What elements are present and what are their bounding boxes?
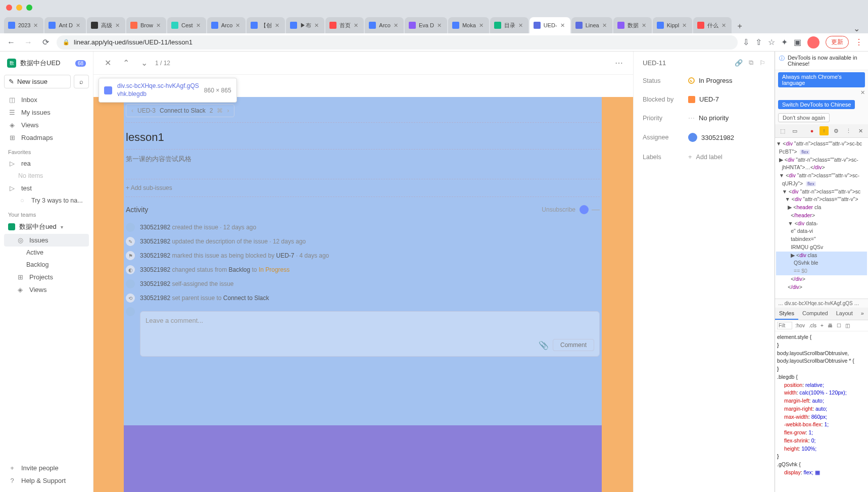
dom-line[interactable]: ▼ <div "attr-n">class=""attr-v"> bbox=[776, 195, 867, 204]
tab-computed[interactable]: Computed bbox=[798, 308, 832, 320]
assignee-value[interactable]: 330521982 bbox=[688, 133, 734, 142]
dom-line[interactable]: </div> bbox=[776, 283, 867, 291]
tab-close-icon[interactable]: ✕ bbox=[602, 22, 608, 28]
css-rule-line[interactable]: position: relative; bbox=[777, 381, 866, 389]
browser-tab[interactable]: Eva D✕ bbox=[405, 17, 447, 33]
inspect-tool-icon[interactable]: ⬚ bbox=[778, 126, 787, 135]
dom-line[interactable]: ▼ <div "attr-n">class=""attr-v">sc-bc bbox=[776, 140, 867, 148]
browser-tab[interactable]: 数据✕ bbox=[613, 17, 652, 33]
record-icon[interactable]: ● bbox=[807, 126, 816, 135]
dom-line[interactable]: </div> bbox=[776, 275, 867, 283]
share-icon[interactable]: ⇧ bbox=[755, 37, 762, 47]
fullscreen-window-icon[interactable] bbox=[26, 5, 32, 11]
print-icon[interactable]: 🖶 bbox=[827, 323, 834, 328]
blocked-by-value[interactable]: UED-7 bbox=[688, 95, 719, 103]
css-rule-line[interactable]: flex-shrink: 0; bbox=[777, 437, 866, 445]
issue-description[interactable]: 第一课的内容尝试风格 bbox=[126, 155, 600, 164]
cls-button[interactable]: .cls bbox=[808, 323, 817, 328]
dom-line[interactable]: jhHNTA">…</div> bbox=[776, 164, 867, 172]
more-menu-button[interactable]: ⋯ bbox=[612, 56, 626, 70]
css-rule-line[interactable]: .blegdb {</span> bbox=[777, 373, 866, 381]
sidebar-item-team-views[interactable]: ◈Views bbox=[4, 283, 89, 296]
update-button[interactable]: 更新 bbox=[826, 36, 849, 48]
sidebar-item-roadmaps[interactable]: ⊞Roadmaps bbox=[4, 131, 89, 144]
sidebar-item-views[interactable]: ◈Views bbox=[4, 119, 89, 131]
extensions-icon[interactable]: ✦ bbox=[781, 37, 788, 47]
tab-close-icon[interactable]: ✕ bbox=[275, 22, 281, 28]
dom-line[interactable]: IRMQU gQSv bbox=[776, 243, 867, 252]
invite-people-button[interactable]: +Invite people bbox=[4, 462, 89, 474]
css-rule-line[interactable]: .gQSvhk {</span> bbox=[777, 461, 866, 469]
prev-issue-button[interactable]: ⌃ bbox=[119, 56, 133, 70]
browser-tab[interactable]: Ant D✕ bbox=[44, 17, 86, 33]
dom-line[interactable]: ▼ <div data- bbox=[776, 220, 867, 228]
tab-close-icon[interactable]: ✕ bbox=[682, 22, 688, 28]
attach-icon[interactable]: 📎 bbox=[539, 340, 549, 350]
css-rule-line[interactable]: height: 100%; bbox=[777, 445, 866, 453]
css-rule-line[interactable]: } bbox=[777, 341, 866, 350]
reload-button[interactable]: ⟳ bbox=[39, 36, 52, 48]
tab-more[interactable]: » bbox=[857, 308, 868, 320]
hov-button[interactable]: :hov bbox=[794, 323, 806, 328]
dom-line[interactable]: QSvhk ble bbox=[776, 259, 867, 267]
link-icon[interactable]: 🔗 bbox=[735, 59, 743, 67]
css-rule-line[interactable]: body.layoutScrollbarObtrusive * { bbox=[777, 357, 866, 365]
tab-close-icon[interactable]: ✕ bbox=[354, 22, 360, 28]
new-issue-button[interactable]: ✎ New issue bbox=[4, 75, 71, 88]
search-button[interactable]: ⌕ bbox=[74, 75, 89, 88]
browser-tab[interactable]: Brow✕ bbox=[126, 17, 166, 33]
dom-line[interactable]: == $0 bbox=[776, 267, 867, 275]
unsubscribe-button[interactable]: Unsubscribe bbox=[542, 206, 575, 213]
sidebar-item-projects[interactable]: ⊞Projects bbox=[4, 271, 89, 283]
css-rule-line[interactable]: flex-grow: 1; bbox=[777, 429, 866, 437]
tab-close-icon[interactable]: ✕ bbox=[196, 22, 202, 28]
bookmark-icon[interactable]: ☆ bbox=[768, 37, 775, 47]
box-icon[interactable]: ☐ bbox=[836, 323, 842, 328]
plus-rule-icon[interactable]: + bbox=[819, 323, 825, 328]
install-app-icon[interactable]: ⇩ bbox=[743, 37, 749, 47]
dom-line[interactable]: </header> bbox=[776, 212, 867, 220]
url-input[interactable]: 🔒 linear.app/ylq-ued/issue/UED-11/lesson… bbox=[57, 35, 738, 50]
dom-line[interactable]: ▼ <div "attr-n">class=""attr-v">sc bbox=[776, 188, 867, 196]
sidebar-item-issues[interactable]: ◎Issues bbox=[4, 234, 89, 247]
sidepanel-icon[interactable]: ▣ bbox=[794, 37, 801, 47]
browser-tab[interactable]: Moka✕ bbox=[448, 17, 489, 33]
parent-issue-pill[interactable]: ‹ UED-3 Connect to Slack 2 ⌘ › bbox=[126, 104, 234, 117]
browser-tab[interactable]: Kippl✕ bbox=[653, 17, 692, 33]
tab-close-icon[interactable]: ✕ bbox=[721, 22, 728, 28]
tab-close-icon[interactable]: ✕ bbox=[642, 22, 648, 28]
tab-close-icon[interactable]: ✕ bbox=[394, 22, 400, 28]
browser-tab[interactable]: Arco✕ bbox=[365, 17, 404, 33]
switch-chinese-button[interactable]: Switch DevTools to Chinese bbox=[778, 100, 855, 109]
browser-tab[interactable]: 【创✕ bbox=[247, 17, 285, 33]
status-value[interactable]: In Progress bbox=[688, 77, 732, 84]
help-support-button[interactable]: ?Help & Support bbox=[4, 474, 89, 487]
bookmark-icon[interactable]: ⚐ bbox=[759, 59, 765, 67]
tab-close-icon[interactable]: ✕ bbox=[115, 22, 121, 28]
css-rule-line[interactable]: body.layoutScrollbarObtrusive,</span> bbox=[777, 350, 866, 358]
css-rule-line[interactable]: max-width: 860px; bbox=[777, 413, 866, 421]
browser-tab[interactable]: ▶布✕ bbox=[286, 17, 324, 33]
dom-line[interactable]: e" data-vi bbox=[776, 227, 867, 235]
collapse-icon[interactable]: — bbox=[592, 205, 600, 214]
back-button[interactable]: ← bbox=[5, 36, 17, 48]
sidebar-item-my-issues[interactable]: ☰My issues bbox=[4, 106, 89, 119]
breadcrumb[interactable]: … div.sc-bcXHqe.sc-hvKAgf.gQS … bbox=[775, 299, 868, 308]
tab-close-icon[interactable]: ✕ bbox=[314, 22, 320, 28]
dom-line[interactable]: PcBT"> flex bbox=[776, 148, 867, 156]
css-rule-line[interactable]: element.style { bbox=[777, 333, 866, 341]
browser-tab[interactable]: 首页✕ bbox=[325, 17, 364, 33]
sidebar-team[interactable]: 数据中台ued ▾ bbox=[4, 220, 89, 234]
more-icon[interactable]: ⋮ bbox=[844, 126, 853, 135]
close-issue-button[interactable]: ✕ bbox=[101, 56, 115, 70]
comment-box[interactable]: Leave a comment... 📎 Comment bbox=[140, 311, 600, 357]
issue-title[interactable]: lesson1 bbox=[126, 131, 600, 144]
dom-line[interactable]: ▶ <div clas bbox=[776, 252, 867, 260]
browser-tab[interactable]: Arco✕ bbox=[207, 17, 246, 33]
dom-line[interactable]: tabindex=" bbox=[776, 235, 867, 243]
workspace-header[interactable]: 数 数据中台UED 68 bbox=[4, 57, 89, 70]
elements-tree[interactable]: ▼ <div "attr-n">class=""attr-v">sc-bc Pc… bbox=[775, 138, 868, 299]
sidebar-favorite-test[interactable]: ▷test bbox=[4, 182, 89, 194]
dom-line[interactable]: ▶ <header cla bbox=[776, 204, 867, 212]
browser-tab[interactable]: 目录✕ bbox=[490, 17, 528, 33]
